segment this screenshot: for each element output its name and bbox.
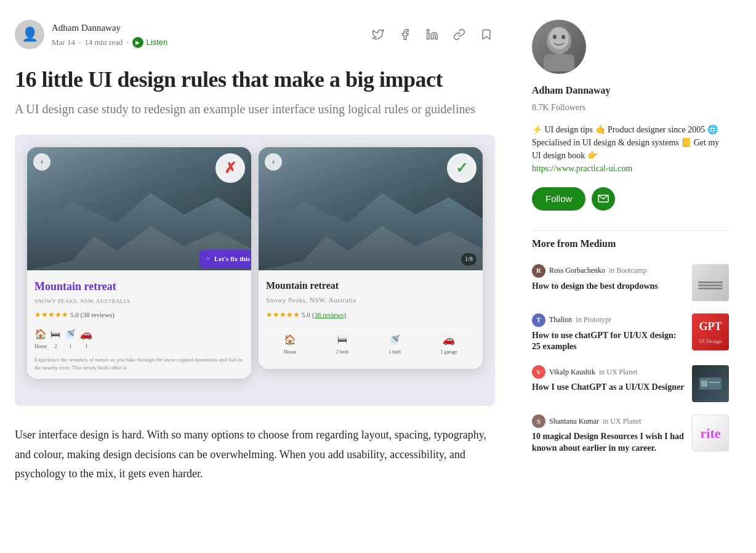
good-location: Snowy Peaks, NSW, Australia: [266, 295, 475, 306]
back-button-bad: ‹: [33, 153, 50, 171]
linkedin-icon[interactable]: [424, 26, 441, 43]
fix-bubble: Let's fix this: [199, 250, 251, 268]
sidebar-article-3-title: How I use ChatGPT as a UI/UX Designer: [532, 382, 685, 394]
sidebar-article-3-author-line: V Vikalp Kaushik in UX Planet: [532, 365, 685, 379]
bad-title: Mountain retreat: [34, 278, 244, 296]
sidebar-article-4-pub: in UX Planet: [603, 416, 641, 427]
author-meta: Mar 14 · 14 min read · ▶ Listen: [52, 36, 167, 49]
sidebar-article-1-text: R Ross Gorbachenko in Bootcamp How to de…: [532, 264, 685, 293]
read-time: 14 min read: [84, 36, 123, 49]
sidebar-author-name: Adham Dannaway: [532, 83, 729, 99]
sidebar-article-3-text: V Vikalp Kaushik in UX Planet How I use …: [532, 365, 685, 394]
author-left: 👤 Adham Dannaway Mar 14 · 14 min read · …: [15, 20, 167, 49]
svg-point-2: [549, 27, 569, 49]
twitter-icon[interactable]: [369, 26, 387, 43]
mockup-good-content: Mountain retreat Snowy Peaks, NSW, Austr…: [259, 270, 483, 369]
bad-desc: Experience the wonders of nature as you …: [34, 356, 244, 371]
more-from-medium-heading: More from Medium: [532, 230, 729, 252]
sidebar-article-4-avatar: S: [532, 414, 545, 428]
article-date: Mar 14: [52, 36, 75, 49]
article-image: ‹ ✗ 1/8 Mountain retreat SNOWY PEAKS, NS…: [15, 135, 495, 406]
sidebar-article-4-thumb: rite: [692, 414, 729, 451]
good-mark: ✓: [447, 153, 477, 183]
svg-point-3: [553, 35, 557, 39]
bad-rating: ★★★★★ 5.0 (38 reviews): [34, 309, 244, 321]
sidebar-website-link[interactable]: https://www.practical-ui.com: [532, 162, 729, 175]
sidebar-article-2-text: T Thalion in Prototypr How to use chatGP…: [532, 313, 685, 353]
sidebar-article-2-pub: in Prototypr: [576, 314, 611, 326]
svg-point-4: [561, 35, 565, 39]
link-icon[interactable]: [451, 26, 468, 43]
sidebar-article-1-title: How to design the best dropdowns: [532, 281, 685, 293]
counter-good: 1/8: [461, 253, 477, 265]
good-rating: ★★★★★ 5.0 (38 reviews): [266, 309, 475, 321]
article-title: 16 little UI design rules that make a bi…: [15, 67, 495, 93]
sidebar-article-1-author: Ross Gorbachenko: [549, 265, 605, 276]
sidebar-article-4-text: S Shantanu Kumar in UX Planet 10 magical…: [532, 414, 685, 454]
main-content: 👤 Adham Dannaway Mar 14 · 14 min read · …: [15, 20, 495, 484]
subscribe-button[interactable]: [592, 187, 615, 211]
sidebar-avatar-face: [532, 20, 586, 74]
good-title: Mountain retreat: [266, 278, 475, 294]
sidebar-article-3-avatar: V: [532, 365, 545, 379]
author-info: Adham Dannaway Mar 14 · 14 min read · ▶ …: [52, 20, 167, 49]
sidebar-avatar: [532, 20, 586, 74]
article-paragraph: User interface design is hard. With so m…: [15, 426, 495, 484]
sidebar: Adham Dannaway 8.7K Followers ⚡ UI desig…: [532, 20, 729, 484]
follow-button[interactable]: Follow: [532, 187, 585, 211]
mockup-bad-content: Mountain retreat SNOWY PEAKS, NSW, AUSTR…: [27, 270, 251, 379]
sidebar-article-1-avatar: R: [532, 264, 545, 278]
mockup-wrapper: ‹ ✗ 1/8 Mountain retreat SNOWY PEAKS, NS…: [27, 147, 483, 394]
play-icon: ▶: [132, 37, 143, 48]
facebook-icon[interactable]: [396, 26, 414, 43]
svg-point-0: [427, 30, 429, 31]
author-header: 👤 Adham Dannaway Mar 14 · 14 min read · …: [15, 20, 495, 49]
sidebar-followers: 8.7K Followers: [532, 101, 729, 115]
sidebar-article-2-avatar: T: [532, 313, 545, 327]
bad-location: SNOWY PEAKS, NSW, AUSTRALIA: [34, 297, 244, 305]
bad-icons-row: 🏠 House 🛏 2 🚿 1: [34, 326, 244, 351]
sidebar-actions: Follow: [532, 187, 729, 211]
svg-rect-5: [544, 54, 574, 71]
sidebar-article-3-author: Vikalp Kaushik: [549, 366, 595, 378]
sidebar-article-4-title: 10 magical Design Resources I wish I had…: [532, 431, 685, 454]
sidebar-article-2-thumb: GPT UI Design: [692, 313, 729, 350]
bookmark-icon[interactable]: [478, 26, 495, 43]
article-subtitle: A UI design case study to redesign an ex…: [15, 100, 495, 118]
sidebar-article-1-thumb: [692, 264, 729, 301]
author-avatar: 👤: [15, 20, 44, 49]
sidebar-article-2-author-line: T Thalion in Prototypr: [532, 313, 685, 327]
sidebar-article-1[interactable]: R Ross Gorbachenko in Bootcamp How to de…: [532, 264, 729, 301]
sidebar-article-4-author: Shantanu Kumar: [549, 416, 599, 427]
sidebar-article-2-author: Thalion: [549, 314, 572, 326]
sidebar-article-2-title: How to use chatGPT for UI/UX design: 25 …: [532, 330, 685, 353]
avatar-face: 👤: [15, 20, 44, 49]
sidebar-article-3[interactable]: V Vikalp Kaushik in UX Planet How I use …: [532, 365, 729, 402]
sidebar-article-1-author-line: R Ross Gorbachenko in Bootcamp: [532, 264, 685, 278]
sidebar-article-4[interactable]: S Shantanu Kumar in UX Planet 10 magical…: [532, 414, 729, 454]
sidebar-bio: ⚡ UI design tips 🤙 Product designer sinc…: [532, 123, 729, 175]
sidebar-article-3-thumb: [692, 365, 729, 402]
good-icons-row: 🏠 House 🛏 2 beds 🚿 1 bath: [266, 326, 475, 357]
sidebar-article-4-author-line: S Shantanu Kumar in UX Planet: [532, 414, 685, 428]
back-button-good: ‹: [265, 153, 282, 171]
sidebar-article-3-pub: in UX Planet: [599, 366, 638, 378]
listen-button[interactable]: ▶ Listen: [132, 37, 168, 48]
sidebar-article-1-pub: in Bootcamp: [609, 265, 647, 276]
mockup-good-panel: ‹ ✓ 1/8 Mountain retreat Snowy Peaks, NS…: [259, 147, 483, 369]
author-name: Adham Dannaway: [52, 20, 167, 35]
header-actions: [369, 26, 495, 43]
mockup-good-image: ‹ ✓ 1/8: [259, 147, 483, 270]
article-body: User interface design is hard. With so m…: [15, 426, 495, 484]
bad-mark: ✗: [215, 153, 245, 183]
mockup-bad-panel: ‹ ✗ 1/8 Mountain retreat SNOWY PEAKS, NS…: [27, 147, 251, 379]
sidebar-article-2[interactable]: T Thalion in Prototypr How to use chatGP…: [532, 313, 729, 353]
